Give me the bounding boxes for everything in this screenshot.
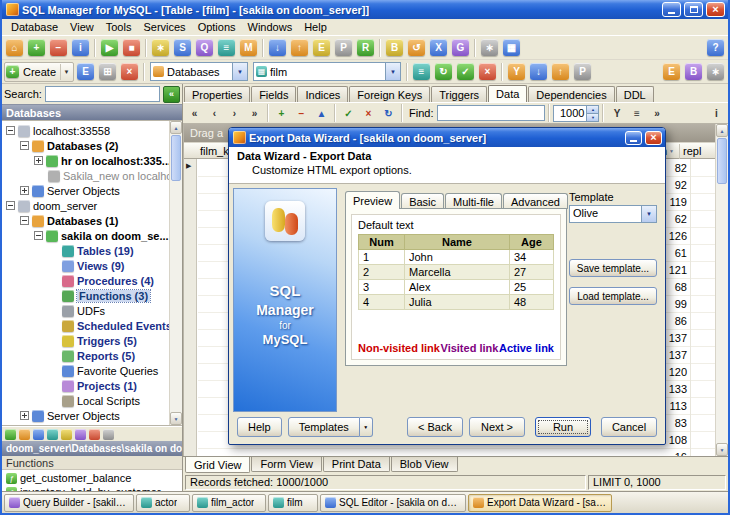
task-film[interactable]: film — [268, 494, 318, 512]
spin-up-icon[interactable]: ▲ — [587, 106, 598, 113]
template-dropdown-icon[interactable]: ▼ — [641, 206, 656, 222]
explorer-expand-icon[interactable] — [19, 429, 30, 440]
non-visited-link[interactable]: Non-visited link — [358, 342, 440, 354]
cancel-edit-icon[interactable]: × — [359, 104, 378, 122]
tree-item-localhost[interactable]: localhost:33558 — [2, 123, 168, 138]
tab-fields[interactable]: Fields — [251, 86, 296, 102]
connect-database-icon[interactable]: ▶ — [101, 39, 118, 56]
next-button[interactable]: Next > — [469, 417, 525, 437]
collapse-icon[interactable] — [6, 201, 15, 210]
explorer-more-icon[interactable] — [103, 429, 114, 440]
extract-database-icon[interactable]: X — [430, 39, 447, 56]
delete-record-icon[interactable]: − — [292, 104, 311, 122]
menu-help[interactable]: Help — [298, 20, 333, 34]
tab-print-data[interactable]: Print Data — [323, 457, 390, 472]
set-filter-icon[interactable]: Y — [607, 104, 626, 122]
new-object-icon[interactable]: ∗ — [152, 39, 169, 56]
tree-item-udfs[interactable]: UDFs — [2, 303, 168, 318]
create-object-button[interactable]: + Create ▼ — [4, 62, 74, 82]
explorer-tables-icon[interactable] — [47, 429, 58, 440]
maximize-button[interactable] — [684, 2, 703, 17]
collapse-icon[interactable] — [6, 126, 15, 135]
list-item[interactable]: ƒget_customer_balance — [2, 471, 182, 485]
table-dropdown-icon[interactable]: ▼ — [385, 63, 400, 80]
object-list[interactable]: ƒget_customer_balance ƒinventory_held_by… — [2, 470, 182, 491]
explorer-filter-icon[interactable] — [61, 429, 72, 440]
tree-item-databases-localhost[interactable]: Databases (2) — [2, 138, 168, 153]
restore-database-icon[interactable]: ↺ — [408, 39, 425, 56]
task-actor[interactable]: actor — [136, 494, 190, 512]
tab-grid-view[interactable]: Grid View — [185, 457, 250, 473]
dialog-close-button[interactable]: × — [645, 131, 662, 145]
edit-record-icon[interactable]: ▲ — [312, 104, 331, 122]
import-table-icon[interactable]: ↓ — [530, 63, 547, 80]
fetch-all-icon[interactable]: » — [647, 104, 666, 122]
scroll-up-icon[interactable]: ▲ — [170, 121, 182, 134]
minimize-button[interactable] — [662, 2, 681, 17]
script-object-icon[interactable]: ≡ — [413, 63, 430, 80]
tree-item-databases-doom[interactable]: Databases (1) — [2, 213, 168, 228]
menu-view[interactable]: View — [64, 20, 100, 34]
grid-scrollbar[interactable]: ▲ ▼ — [715, 124, 728, 456]
tree-scrollbar[interactable]: ▲ ▼ — [169, 121, 182, 425]
refresh-records-icon[interactable]: ↻ — [379, 104, 398, 122]
templates-dropdown-icon[interactable]: ▼ — [360, 417, 373, 437]
post-edit-icon[interactable]: ✓ — [339, 104, 358, 122]
database-scope-combo[interactable]: Databases ▼ — [150, 62, 248, 81]
database-registration-info-icon[interactable]: i — [72, 39, 89, 56]
tab-properties[interactable]: Properties — [184, 86, 250, 102]
explorer-refresh-icon[interactable] — [5, 429, 16, 440]
menu-windows[interactable]: Windows — [242, 20, 299, 34]
task-export-wizard[interactable]: Export Data Wizard - [sakila ... — [468, 494, 612, 512]
object-group-header[interactable]: Functions — [2, 456, 182, 470]
sql-script-icon[interactable]: ≡ — [218, 39, 235, 56]
insert-record-icon[interactable]: + — [272, 104, 291, 122]
explorer-options-icon[interactable] — [75, 429, 86, 440]
dialog-title-bar[interactable]: Export Data Wizard - [sakila on doom_ser… — [229, 128, 665, 147]
scroll-down-icon[interactable]: ▼ — [170, 412, 182, 425]
collapse-icon[interactable] — [34, 231, 43, 240]
grid-options-icon[interactable]: ≡ — [627, 104, 646, 122]
tree-item-sakila-new[interactable]: Sakila_new on localhos... — [2, 168, 168, 183]
cancel-button[interactable]: Cancel — [601, 417, 657, 437]
duplicate-object-icon[interactable]: ⊞ — [99, 63, 116, 80]
export-as-sql-icon[interactable]: E — [313, 39, 330, 56]
help-icon[interactable]: ? — [707, 39, 724, 56]
tab-triggers[interactable]: Triggers — [431, 86, 487, 102]
template-combo[interactable]: Olive ▼ — [569, 205, 657, 223]
tree-item-tables[interactable]: Tables (19) — [2, 243, 168, 258]
register-host-icon[interactable]: ⌂ — [6, 39, 23, 56]
task-query-builder[interactable]: Query Builder - [sakila on do... — [4, 494, 134, 512]
query-builder-icon[interactable]: Q — [196, 39, 213, 56]
dialog-minimize-button[interactable] — [625, 131, 642, 145]
column-filter-icon[interactable]: ▼ — [669, 148, 674, 154]
sql-editor-icon[interactable]: S — [174, 39, 191, 56]
tab-foreign-keys[interactable]: Foreign Keys — [349, 86, 430, 102]
report-designer-icon[interactable]: R — [357, 39, 374, 56]
tree-item-local-scripts[interactable]: Local Scripts — [2, 393, 168, 408]
sql-monitor-icon[interactable]: M — [240, 39, 257, 56]
prior-record-icon[interactable]: ‹ — [205, 104, 224, 122]
tab-multi-file[interactable]: Multi-file — [445, 193, 502, 209]
grid-row[interactable]: 16 — [198, 449, 715, 456]
tree-item-scheduled-events[interactable]: Scheduled Events — [2, 318, 168, 333]
tree-item-projects[interactable]: Projects (1) — [2, 378, 168, 393]
tree-item-server-objects-localhost[interactable]: Server Objects — [2, 183, 168, 198]
scope-dropdown-icon[interactable]: ▼ — [232, 63, 247, 80]
visited-link[interactable]: Visited link — [441, 342, 499, 354]
tab-advanced[interactable]: Advanced — [503, 193, 568, 209]
tree-item-sakila[interactable]: sakila on doom_se... — [2, 228, 168, 243]
save-template-button[interactable]: Save template... — [569, 259, 657, 277]
grant-manager-icon[interactable]: G — [452, 39, 469, 56]
menu-options[interactable]: Options — [192, 20, 242, 34]
register-database-icon[interactable]: + — [28, 39, 45, 56]
tab-form-view[interactable]: Form View — [251, 457, 321, 472]
tab-blob-view[interactable]: Blob View — [391, 457, 458, 472]
export-data-icon[interactable]: ↑ — [291, 39, 308, 56]
tree-item-functions[interactable]: Functions (3) — [2, 288, 168, 303]
backup-database-icon[interactable]: B — [386, 39, 403, 56]
expand-icon[interactable] — [20, 411, 29, 420]
explorer-collapse-icon[interactable] — [33, 429, 44, 440]
menu-database[interactable]: Database — [5, 20, 64, 34]
load-template-button[interactable]: Load template... — [569, 287, 657, 305]
